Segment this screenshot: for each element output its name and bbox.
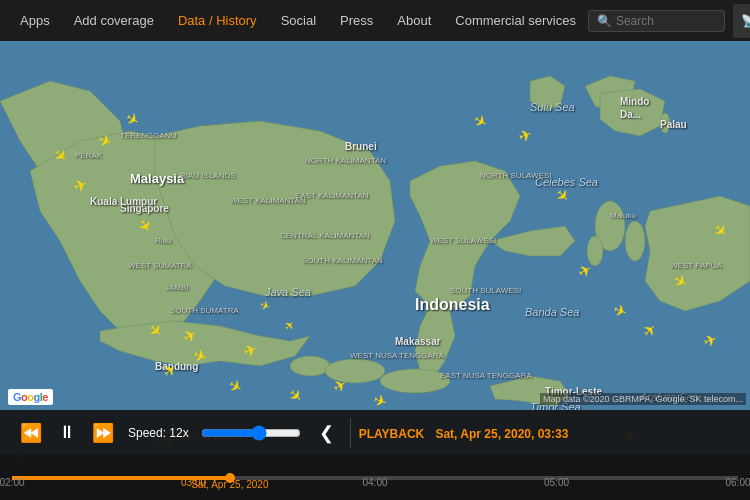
nav-apps[interactable]: Apps (8, 0, 62, 41)
pause-button[interactable]: ⏸ (50, 422, 84, 443)
collapse-button[interactable]: ❮ (311, 422, 342, 444)
forward-button[interactable]: ⏩ (84, 422, 122, 444)
nav-social[interactable]: Social (269, 0, 328, 41)
speed-slider[interactable] (201, 425, 301, 441)
timeline-time-label: 05:00 (544, 477, 569, 488)
radio-icon: 📡 (741, 14, 750, 28)
nav-commercial[interactable]: Commercial services (443, 0, 588, 41)
nav-about[interactable]: About (385, 0, 443, 41)
playback-bar: ⏪ ⏸ ⏩ Speed: 12x ❮ PLAYBACK Sat, Apr 25,… (0, 410, 750, 500)
map-attribution: Map data ©2020 GBRMPA, Google, SK teleco… (540, 393, 746, 405)
search-box: 🔍 (588, 10, 725, 32)
svg-point-4 (290, 356, 330, 376)
google-logo: Google (8, 389, 53, 405)
timeline-time-label: 06:00 (725, 477, 750, 488)
rewind-button[interactable]: ⏪ (12, 422, 50, 444)
search-input[interactable] (616, 14, 716, 28)
timeline-time-label: 02:00 (0, 477, 25, 488)
controls-row: ⏪ ⏸ ⏩ Speed: 12x ❮ PLAYBACK Sat, Apr 25,… (0, 410, 750, 455)
nav-press[interactable]: Press (328, 0, 385, 41)
svg-point-5 (325, 359, 385, 383)
timeline-track[interactable]: 02:0003:0004:0005:0006:00Sat, Apr 25, 20… (12, 468, 738, 488)
playback-info: PLAYBACK Sat, Apr 25, 2020, 03:33 (359, 424, 569, 442)
search-icon: 🔍 (597, 14, 612, 28)
timeline-time-label: 04:00 (362, 477, 387, 488)
map-view-toggle[interactable]: 📡 Map vi... (733, 4, 750, 38)
svg-point-2 (625, 221, 645, 261)
map-container[interactable]: IndonesiaMakassarSulu SeaCelebes SeaBand… (0, 41, 750, 500)
nav-add-coverage[interactable]: Add coverage (62, 0, 166, 41)
timeline-row[interactable]: 02:0003:0004:0005:0006:00Sat, Apr 25, 20… (0, 455, 750, 500)
speed-label: Speed: 12x (128, 426, 189, 440)
navbar: Apps Add coverage Data / History Social … (0, 0, 750, 41)
playback-datetime: Sat, Apr 25, 2020, 03:33 (435, 427, 568, 441)
timeline-date-label: Sat, Apr 25, 2020 (191, 479, 268, 490)
divider (350, 418, 351, 448)
playback-label: PLAYBACK (359, 427, 431, 441)
svg-point-3 (587, 236, 603, 266)
svg-point-6 (380, 369, 450, 393)
nav-data-history[interactable]: Data / History (166, 0, 269, 41)
